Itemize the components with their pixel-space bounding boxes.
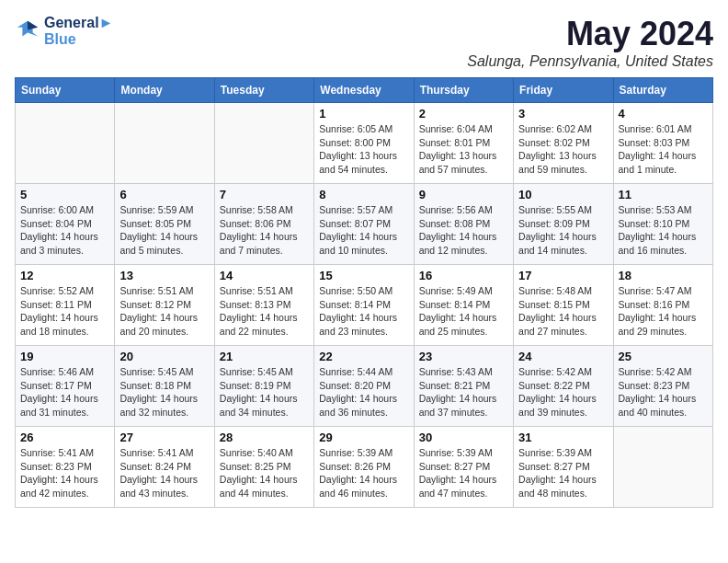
day-number: 17 [518, 269, 608, 282]
day-number: 1 [319, 107, 408, 121]
day-info: Sunrise: 6:02 AMSunset: 8:02 PMDaylight:… [518, 122, 608, 177]
day-number: 24 [518, 350, 608, 363]
calendar-cell: 18Sunrise: 5:47 AMSunset: 8:16 PMDayligh… [613, 265, 712, 346]
title-block: May 2024 Salunga, Pennsylvania, United S… [467, 15, 713, 70]
day-number: 6 [119, 188, 209, 201]
day-info: Sunrise: 5:56 AMSunset: 8:08 PMDaylight:… [419, 203, 508, 258]
day-number: 21 [220, 350, 309, 363]
weekday-header-thursday: Thursday [414, 78, 513, 103]
day-number: 25 [619, 350, 708, 363]
weekday-header-sunday: Sunday [16, 78, 115, 103]
calendar-cell: 12Sunrise: 5:52 AMSunset: 8:11 PMDayligh… [16, 265, 115, 346]
calendar-cell [115, 103, 214, 184]
calendar-cell: 10Sunrise: 5:55 AMSunset: 8:09 PMDayligh… [514, 184, 613, 265]
calendar-cell: 29Sunrise: 5:39 AMSunset: 8:26 PMDayligh… [314, 427, 414, 508]
day-number: 7 [220, 188, 309, 201]
calendar-cell: 31Sunrise: 5:39 AMSunset: 8:27 PMDayligh… [514, 427, 613, 508]
calendar-cell [214, 103, 313, 184]
calendar-cell: 8Sunrise: 5:57 AMSunset: 8:07 PMDaylight… [314, 184, 414, 265]
calendar-cell: 1Sunrise: 6:05 AMSunset: 8:00 PMDaylight… [314, 103, 414, 184]
calendar-cell: 25Sunrise: 5:42 AMSunset: 8:23 PMDayligh… [613, 346, 712, 427]
day-number: 27 [119, 431, 209, 444]
calendar-cell: 27Sunrise: 5:41 AMSunset: 8:24 PMDayligh… [115, 427, 214, 508]
day-info: Sunrise: 6:01 AMSunset: 8:03 PMDaylight:… [619, 122, 708, 177]
calendar-cell [16, 103, 115, 184]
day-info: Sunrise: 5:45 AMSunset: 8:19 PMDaylight:… [220, 365, 309, 419]
weekday-header-tuesday: Tuesday [214, 78, 313, 103]
day-info: Sunrise: 5:51 AMSunset: 8:12 PMDaylight:… [119, 284, 209, 339]
day-info: Sunrise: 5:52 AMSunset: 8:11 PMDaylight:… [20, 284, 109, 339]
calendar-week-row: 1Sunrise: 6:05 AMSunset: 8:00 PMDaylight… [16, 103, 713, 184]
day-number: 12 [20, 269, 109, 282]
calendar-cell: 20Sunrise: 5:45 AMSunset: 8:18 PMDayligh… [115, 346, 214, 427]
logo-bird-icon [15, 18, 40, 44]
calendar-cell: 11Sunrise: 5:53 AMSunset: 8:10 PMDayligh… [613, 184, 712, 265]
calendar-cell: 19Sunrise: 5:46 AMSunset: 8:17 PMDayligh… [16, 346, 115, 427]
day-number: 11 [619, 188, 708, 201]
calendar-cell: 16Sunrise: 5:49 AMSunset: 8:14 PMDayligh… [414, 265, 513, 346]
weekday-header-wednesday: Wednesday [314, 78, 414, 103]
day-number: 4 [619, 107, 708, 121]
day-info: Sunrise: 5:39 AMSunset: 8:27 PMDaylight:… [419, 446, 508, 500]
calendar-table: SundayMondayTuesdayWednesdayThursdayFrid… [15, 77, 713, 508]
day-info: Sunrise: 5:44 AMSunset: 8:20 PMDaylight:… [319, 365, 408, 419]
calendar-cell: 26Sunrise: 5:41 AMSunset: 8:23 PMDayligh… [16, 427, 115, 508]
calendar-cell: 28Sunrise: 5:40 AMSunset: 8:25 PMDayligh… [214, 427, 313, 508]
location: Salunga, Pennsylvania, United States [467, 53, 713, 70]
day-info: Sunrise: 5:41 AMSunset: 8:23 PMDaylight:… [20, 446, 109, 500]
calendar-cell: 21Sunrise: 5:45 AMSunset: 8:19 PMDayligh… [214, 346, 313, 427]
calendar-week-row: 19Sunrise: 5:46 AMSunset: 8:17 PMDayligh… [16, 346, 713, 427]
day-info: Sunrise: 5:39 AMSunset: 8:26 PMDaylight:… [319, 446, 408, 500]
day-number: 9 [419, 188, 508, 201]
day-info: Sunrise: 5:39 AMSunset: 8:27 PMDaylight:… [518, 446, 608, 500]
calendar-cell: 15Sunrise: 5:50 AMSunset: 8:14 PMDayligh… [314, 265, 414, 346]
day-info: Sunrise: 5:57 AMSunset: 8:07 PMDaylight:… [319, 203, 408, 258]
day-number: 18 [619, 269, 708, 282]
day-info: Sunrise: 6:05 AMSunset: 8:00 PMDaylight:… [319, 122, 408, 177]
day-info: Sunrise: 5:55 AMSunset: 8:09 PMDaylight:… [518, 203, 608, 258]
calendar-cell: 7Sunrise: 5:58 AMSunset: 8:06 PMDaylight… [214, 184, 313, 265]
day-info: Sunrise: 5:50 AMSunset: 8:14 PMDaylight:… [319, 284, 408, 339]
weekday-header-monday: Monday [115, 78, 214, 103]
day-info: Sunrise: 5:42 AMSunset: 8:22 PMDaylight:… [518, 365, 608, 419]
calendar-cell: 23Sunrise: 5:43 AMSunset: 8:21 PMDayligh… [414, 346, 513, 427]
calendar-week-row: 26Sunrise: 5:41 AMSunset: 8:23 PMDayligh… [16, 427, 713, 508]
day-number: 3 [518, 107, 608, 121]
day-info: Sunrise: 5:48 AMSunset: 8:15 PMDaylight:… [518, 284, 608, 339]
calendar-cell: 22Sunrise: 5:44 AMSunset: 8:20 PMDayligh… [314, 346, 414, 427]
day-number: 26 [20, 431, 109, 444]
day-info: Sunrise: 5:58 AMSunset: 8:06 PMDaylight:… [220, 203, 309, 258]
calendar-cell [613, 427, 712, 508]
month-title: May 2024 [467, 15, 713, 53]
calendar-week-row: 12Sunrise: 5:52 AMSunset: 8:11 PMDayligh… [16, 265, 713, 346]
day-number: 2 [419, 107, 508, 121]
logo: General► Blue [15, 15, 113, 48]
day-number: 29 [319, 431, 408, 444]
day-number: 10 [518, 188, 608, 201]
day-number: 16 [419, 269, 508, 282]
day-info: Sunrise: 5:42 AMSunset: 8:23 PMDaylight:… [619, 365, 708, 419]
day-number: 13 [119, 269, 209, 282]
day-number: 22 [319, 350, 408, 363]
weekday-header-saturday: Saturday [613, 78, 712, 103]
calendar-cell: 13Sunrise: 5:51 AMSunset: 8:12 PMDayligh… [115, 265, 214, 346]
calendar-cell: 9Sunrise: 5:56 AMSunset: 8:08 PMDaylight… [414, 184, 513, 265]
day-number: 28 [220, 431, 309, 444]
calendar-cell: 30Sunrise: 5:39 AMSunset: 8:27 PMDayligh… [414, 427, 513, 508]
day-number: 31 [518, 431, 608, 444]
day-info: Sunrise: 5:59 AMSunset: 8:05 PMDaylight:… [119, 203, 209, 258]
weekday-header-friday: Friday [514, 78, 613, 103]
day-number: 15 [319, 269, 408, 282]
calendar-cell: 6Sunrise: 5:59 AMSunset: 8:05 PMDaylight… [115, 184, 214, 265]
day-info: Sunrise: 5:47 AMSunset: 8:16 PMDaylight:… [619, 284, 708, 339]
day-number: 5 [20, 188, 109, 201]
day-info: Sunrise: 5:49 AMSunset: 8:14 PMDaylight:… [419, 284, 508, 339]
calendar-cell: 17Sunrise: 5:48 AMSunset: 8:15 PMDayligh… [514, 265, 613, 346]
calendar-cell: 2Sunrise: 6:04 AMSunset: 8:01 PMDaylight… [414, 103, 513, 184]
page-header: General► Blue May 2024 Salunga, Pennsylv… [15, 15, 713, 70]
calendar-week-row: 5Sunrise: 6:00 AMSunset: 8:04 PMDaylight… [16, 184, 713, 265]
day-number: 19 [20, 350, 109, 363]
calendar-cell: 14Sunrise: 5:51 AMSunset: 8:13 PMDayligh… [214, 265, 313, 346]
day-number: 14 [220, 269, 309, 282]
day-number: 23 [419, 350, 508, 363]
